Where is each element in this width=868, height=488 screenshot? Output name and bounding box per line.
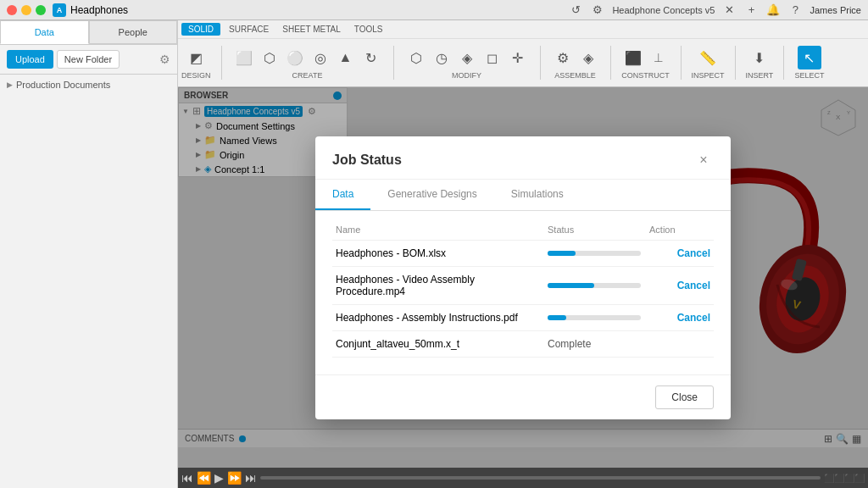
create-sphere-icon[interactable]: ⚪ <box>283 46 307 69</box>
inspect-label: INSPECT <box>692 71 725 80</box>
job-action-3: Cancel <box>646 304 714 330</box>
col-action: Action <box>646 219 714 241</box>
toolbar-divider-2 <box>393 46 394 80</box>
skip-start-button[interactable]: ⏮ <box>181 471 193 485</box>
modal-close-button[interactable]: × <box>693 150 714 170</box>
timeline-icons: ⬛⬛⬛⬛ <box>824 474 865 483</box>
title-right: ↺ ⚙ Headphone Concepts v5 ✕ + 🔔 ? James … <box>568 3 861 18</box>
joint-icon[interactable]: ◈ <box>576 46 600 69</box>
chevron-right-icon: ▶ <box>7 80 13 89</box>
toolbar-top: SOLID SURFACE SHEET METAL TOOLS <box>178 20 868 39</box>
title-bar: A Headphones ↺ ⚙ Headphone Concepts v5 ✕… <box>0 0 868 20</box>
notification-icon[interactable]: 🔔 <box>765 3 781 18</box>
insert-icon[interactable]: ⬇ <box>748 46 771 69</box>
create-extrude-icon[interactable]: ▲ <box>334 46 358 69</box>
toolbar-divider-6 <box>735 46 736 80</box>
help-icon[interactable]: ? <box>787 3 803 18</box>
modify-chamfer-icon[interactable]: ◈ <box>455 46 479 69</box>
play-button[interactable]: ▶ <box>214 471 224 485</box>
progress-fill-3 <box>548 315 566 320</box>
design-section: ◩ DESIGN <box>181 46 211 80</box>
modal-header: Job Status × <box>315 136 731 180</box>
construct-plane-icon[interactable]: ⬛ <box>621 46 645 69</box>
create-cylinder-icon[interactable]: ⬡ <box>258 46 281 69</box>
cad-view[interactable]: BROWSER ▼ ⊞ Headphone Concepts v5 ⚙ ▶ ⚙ … <box>178 87 868 468</box>
inspect-section: 📏 INSPECT <box>692 46 725 80</box>
next-button[interactable]: ⏩ <box>227 471 242 485</box>
modify-press-icon[interactable]: ⬡ <box>404 46 428 69</box>
tab-data[interactable]: Data <box>0 20 89 44</box>
tab-people[interactable]: People <box>89 20 178 44</box>
complete-label: Complete <box>548 338 591 350</box>
playback-bar: ⏮ ⏪ ▶ ⏩ ⏭ ⬛⬛⬛⬛ <box>178 468 868 488</box>
modify-move-icon[interactable]: ✛ <box>506 46 530 69</box>
timeline-progress[interactable] <box>260 476 821 480</box>
table-row: Conjunt_altaveu_50mm.x_t Complete <box>332 330 714 357</box>
minimize-button[interactable] <box>21 5 31 15</box>
design-icon[interactable]: ◩ <box>184 46 208 69</box>
close-button[interactable] <box>7 5 17 15</box>
production-docs-item[interactable]: ▶ Production Documents <box>0 75 177 95</box>
modify-fillet-icon[interactable]: ◷ <box>430 46 453 69</box>
close-doc-icon[interactable]: ✕ <box>721 3 737 18</box>
progress-bar-3 <box>548 315 641 320</box>
create-revolve-icon[interactable]: ↻ <box>359 46 383 69</box>
modal-title: Job Status <box>332 152 402 168</box>
cancel-button-3[interactable]: Cancel <box>677 312 710 324</box>
create-torus-icon[interactable]: ◎ <box>309 46 332 69</box>
select-section: ↖ SELECT <box>794 46 824 80</box>
construct-axis-icon[interactable]: ⟂ <box>647 46 670 69</box>
document-title: Headphone Concepts v5 <box>612 5 715 15</box>
job-name-4: Conjunt_altaveu_50mm.x_t <box>332 330 544 357</box>
design-label: DESIGN <box>181 71 211 80</box>
user-name: James Price <box>810 5 861 15</box>
refresh-icon[interactable]: ↺ <box>568 3 583 18</box>
job-name-3: Headphones - Assembly Instructions.pdf <box>332 304 544 330</box>
prev-button[interactable]: ⏪ <box>197 471 211 485</box>
sheet-metal-tab[interactable]: SHEET METAL <box>277 23 346 36</box>
solid-tab[interactable]: SOLID <box>181 23 220 36</box>
new-folder-button[interactable]: New Folder <box>57 50 120 69</box>
job-table-body: Headphones - BOM.xlsx Cancel <box>332 240 714 357</box>
progress-bar-2 <box>548 283 641 288</box>
job-action-2: Cancel <box>646 266 714 304</box>
job-progress-1 <box>544 240 646 266</box>
cancel-button-2[interactable]: Cancel <box>677 280 710 291</box>
settings-icon[interactable]: ⚙ <box>590 3 605 18</box>
assemble-icon[interactable]: ⚙ <box>551 46 575 69</box>
progress-fill-2 <box>548 283 594 288</box>
create-section: ⬜ ⬡ ⚪ ◎ ▲ ↻ CREATE <box>232 46 383 80</box>
create-box-icon[interactable]: ⬜ <box>232 46 256 69</box>
progress-bar-1 <box>548 251 641 256</box>
main-container: Data People Upload New Folder ⚙ ▶ Produc… <box>0 20 868 488</box>
skip-end-button[interactable]: ⏭ <box>245 471 257 485</box>
job-action-4 <box>646 330 714 357</box>
table-row: Headphones - Assembly Instructions.pdf C… <box>332 304 714 330</box>
toolbar-divider-3 <box>540 46 541 80</box>
modal-close-btn[interactable]: Close <box>655 385 714 409</box>
inspect-measure-icon[interactable]: 📏 <box>696 46 720 69</box>
job-name-1: Headphones - BOM.xlsx <box>332 240 544 266</box>
create-label: CREATE <box>292 71 323 80</box>
select-icon[interactable]: ↖ <box>798 46 821 69</box>
gear-icon[interactable]: ⚙ <box>159 50 170 69</box>
construct-label: CONSTRUCT <box>621 71 670 80</box>
modal-tab-generative[interactable]: Generative Designs <box>370 180 493 210</box>
job-progress-3 <box>544 304 646 330</box>
job-name-2: Headphones - Video Assembly Procedure.mp… <box>332 266 544 304</box>
toolbar: SOLID SURFACE SHEET METAL TOOLS ◩ DESIGN <box>178 20 868 87</box>
toolbar-divider-7 <box>783 46 784 80</box>
maximize-button[interactable] <box>36 5 46 15</box>
modal-tab-simulations[interactable]: Simulations <box>494 180 581 210</box>
upload-button[interactable]: Upload <box>7 50 53 69</box>
sidebar-tabs: Data People <box>0 20 177 45</box>
insert-label: INSERT <box>746 71 774 80</box>
modal-tab-data[interactable]: Data <box>315 180 370 210</box>
plus-icon[interactable]: + <box>743 3 759 18</box>
modify-shell-icon[interactable]: ◻ <box>481 46 504 69</box>
modal-body: Name Status Action Headphones - BOM.xlsx <box>315 211 731 366</box>
surface-tab[interactable]: SURFACE <box>224 23 274 36</box>
construct-section: ⬛ ⟂ CONSTRUCT <box>621 46 670 80</box>
tools-tab[interactable]: TOOLS <box>349 23 388 36</box>
cancel-button-1[interactable]: Cancel <box>677 247 710 259</box>
